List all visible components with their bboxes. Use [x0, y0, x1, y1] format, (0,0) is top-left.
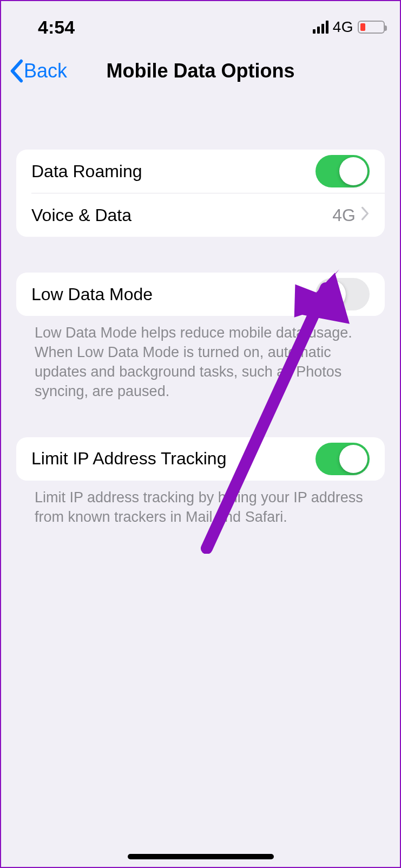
- settings-group-3: Limit IP Address Tracking: [16, 437, 385, 481]
- low-data-mode-label: Low Data Mode: [31, 284, 153, 305]
- settings-group-2: Low Data Mode: [16, 273, 385, 316]
- status-bar: 4:54 4G: [1, 1, 400, 44]
- limit-ip-tracking-footer: Limit IP address tracking by hiding your…: [16, 481, 385, 527]
- status-right: 4G: [313, 10, 385, 36]
- voice-and-data-label: Voice & Data: [31, 205, 132, 225]
- cellular-signal-icon: [313, 21, 328, 34]
- page-title: Mobile Data Options: [106, 60, 294, 82]
- home-indicator[interactable]: [128, 854, 274, 859]
- data-roaming-label: Data Roaming: [31, 161, 142, 182]
- limit-ip-tracking-row: Limit IP Address Tracking: [16, 437, 385, 481]
- chevron-right-icon: [361, 206, 370, 224]
- data-roaming-toggle[interactable]: [315, 155, 370, 187]
- battery-icon: [358, 21, 385, 34]
- voice-and-data-row[interactable]: Voice & Data 4G: [16, 193, 385, 237]
- low-data-mode-toggle[interactable]: [315, 278, 370, 310]
- voice-and-data-value: 4G: [332, 205, 356, 225]
- settings-group-1: Data Roaming Voice & Data 4G: [16, 150, 385, 237]
- content-area: Data Roaming Voice & Data 4G Low Da: [1, 104, 400, 867]
- data-roaming-row: Data Roaming: [16, 150, 385, 193]
- low-data-mode-footer: Low Data Mode helps reduce mobile data u…: [16, 316, 385, 401]
- chevron-left-icon: [9, 59, 24, 83]
- status-time: 4:54: [16, 8, 75, 38]
- limit-ip-tracking-label: Limit IP Address Tracking: [31, 449, 226, 469]
- back-label: Back: [24, 60, 67, 82]
- navigation-bar: Back Mobile Data Options: [1, 52, 400, 90]
- toggle-knob: [339, 157, 367, 185]
- limit-ip-tracking-toggle[interactable]: [315, 443, 370, 475]
- back-button[interactable]: Back: [9, 52, 67, 90]
- voice-and-data-value-wrap: 4G: [332, 205, 370, 225]
- network-type-label: 4G: [333, 18, 353, 36]
- device-frame: 4:54 4G Back Mobile Data Options Data Ro…: [0, 0, 401, 868]
- toggle-knob: [339, 445, 367, 473]
- low-data-mode-row: Low Data Mode: [16, 273, 385, 316]
- toggle-knob: [318, 280, 346, 308]
